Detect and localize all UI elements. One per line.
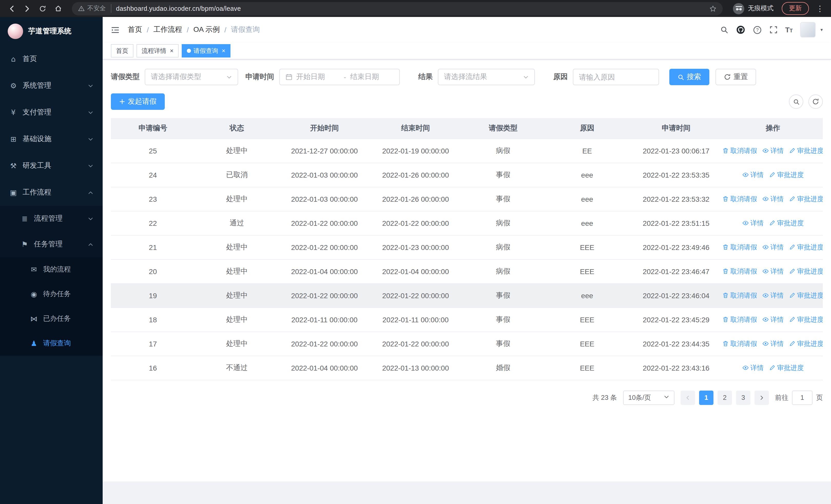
home-button[interactable] bbox=[51, 2, 65, 15]
detail-link[interactable]: 详情 bbox=[762, 242, 784, 252]
goto-page-input[interactable] bbox=[792, 390, 812, 405]
approval-progress-link[interactable]: 审批进度 bbox=[789, 194, 823, 204]
sidebar-item-payment[interactable]: ¥ 支付管理 bbox=[0, 99, 103, 126]
font-size-icon[interactable]: TT bbox=[785, 26, 793, 34]
detail-link[interactable]: 详情 bbox=[762, 291, 784, 300]
cancel-leave-link[interactable]: 取消请假 bbox=[723, 146, 757, 155]
toggle-search-button[interactable] bbox=[789, 94, 803, 109]
approval-progress-link[interactable]: 审批进度 bbox=[789, 242, 823, 252]
detail-link[interactable]: 详情 bbox=[762, 315, 784, 324]
approval-progress-link[interactable]: 审批进度 bbox=[789, 267, 823, 276]
reload-button[interactable] bbox=[36, 2, 49, 15]
filter-form: 请假类型 请选择请假类型 申请时间 开始日期 - 结束日期 结果 请选择流结果 bbox=[111, 69, 823, 85]
cell-end-time: 2022-01-04 00:00:00 bbox=[370, 259, 461, 283]
reset-button[interactable]: 重置 bbox=[716, 69, 756, 85]
sidebar-item-task-mgmt[interactable]: ⚑ 任务管理 bbox=[0, 232, 103, 257]
detail-link[interactable]: 详情 bbox=[742, 170, 764, 179]
approval-progress-link[interactable]: 审批进度 bbox=[789, 339, 823, 348]
page-button-1[interactable]: 1 bbox=[699, 390, 713, 405]
sidebar-item-home[interactable]: ⌂ 首页 bbox=[0, 46, 103, 72]
sidebar-item-infrastructure[interactable]: ⊞ 基础设施 bbox=[0, 126, 103, 152]
leave-type-select[interactable]: 请选择请假类型 bbox=[145, 69, 238, 85]
next-page-button[interactable] bbox=[754, 390, 769, 405]
table-row: 21处理中2022-01-22 00:00:002022-01-23 00:00… bbox=[111, 235, 823, 259]
fullscreen-icon[interactable] bbox=[769, 26, 778, 34]
sidebar-item-my-process[interactable]: ✉ 我的流程 bbox=[0, 257, 103, 282]
cell-leave-type: 病假 bbox=[461, 235, 545, 259]
detail-link[interactable]: 详情 bbox=[742, 218, 764, 228]
page-button-2[interactable]: 2 bbox=[718, 390, 732, 405]
approval-progress-link[interactable]: 审批进度 bbox=[769, 363, 804, 373]
help-icon[interactable]: ? bbox=[753, 25, 762, 34]
cell-apply-time: 2022-01-22 23:46:47 bbox=[629, 259, 723, 283]
chrome-update-button[interactable]: 更新 bbox=[782, 2, 809, 15]
cancel-leave-link[interactable]: 取消请假 bbox=[723, 291, 757, 300]
cancel-leave-link[interactable]: 取消请假 bbox=[723, 267, 757, 276]
forward-button[interactable] bbox=[21, 2, 34, 15]
page-numbers: 123 bbox=[699, 390, 750, 405]
sidebar-item-workflow[interactable]: ▣ 工作流程 bbox=[0, 179, 103, 206]
sidebar-item-system[interactable]: ⚙ 系统管理 bbox=[0, 72, 103, 99]
page-button-3[interactable]: 3 bbox=[736, 390, 750, 405]
header-search-icon[interactable] bbox=[720, 26, 728, 34]
app-title: 芋道管理系统 bbox=[28, 27, 71, 36]
approval-progress-link[interactable]: 审批进度 bbox=[789, 315, 823, 324]
tab-close-icon[interactable]: × bbox=[170, 48, 173, 54]
detail-link[interactable]: 详情 bbox=[762, 339, 784, 348]
security-chip[interactable]: 不安全 bbox=[78, 4, 111, 13]
tab-label: 流程详情 bbox=[142, 47, 166, 55]
detail-link[interactable]: 详情 bbox=[762, 146, 784, 155]
tab-home[interactable]: 首页 bbox=[111, 44, 134, 58]
refresh-table-button[interactable] bbox=[808, 94, 823, 109]
cell-reason: eee bbox=[545, 211, 629, 235]
page-size-select[interactable]: 10条/页 bbox=[623, 390, 675, 405]
sidebar-item-todo-tasks[interactable]: ◉ 待办任务 bbox=[0, 282, 103, 306]
approval-progress-link[interactable]: 审批进度 bbox=[769, 218, 804, 228]
address-bar[interactable]: 不安全 dashboard.yudao.iocoder.cn/bpm/oa/le… bbox=[72, 2, 723, 15]
breadcrumb-item[interactable]: 首页 bbox=[128, 25, 142, 34]
approval-progress-link[interactable]: 审批进度 bbox=[789, 146, 823, 155]
end-date-placeholder[interactable]: 结束日期 bbox=[350, 72, 394, 82]
detail-link[interactable]: 详情 bbox=[762, 194, 784, 204]
browser-chrome: 不安全 dashboard.yudao.iocoder.cn/bpm/oa/le… bbox=[0, 0, 831, 17]
back-button[interactable] bbox=[5, 2, 19, 15]
github-icon[interactable] bbox=[736, 25, 745, 34]
breadcrumb-item[interactable]: OA 示例 bbox=[194, 25, 220, 34]
detail-link[interactable]: 详情 bbox=[762, 267, 784, 276]
cancel-leave-link[interactable]: 取消请假 bbox=[723, 242, 757, 252]
apply-time-range-picker[interactable]: 开始日期 - 结束日期 bbox=[279, 69, 400, 85]
operation-label: 审批进度 bbox=[777, 218, 804, 228]
url-text[interactable]: dashboard.yudao.iocoder.cn/bpm/oa/leave bbox=[116, 5, 705, 12]
breadcrumb-item[interactable]: 工作流程 bbox=[153, 25, 182, 34]
cancel-leave-link[interactable]: 取消请假 bbox=[723, 339, 757, 348]
start-date-placeholder[interactable]: 开始日期 bbox=[296, 72, 340, 82]
create-leave-button[interactable]: 发起请假 bbox=[111, 93, 165, 110]
tab-process-detail[interactable]: 流程详情× bbox=[137, 44, 179, 58]
sidebar-item-leave-query[interactable]: ♟ 请假查询 bbox=[0, 331, 103, 356]
sidebar-collapse-icon[interactable] bbox=[111, 25, 120, 34]
user-avatar[interactable] bbox=[800, 22, 816, 37]
bookmark-star-icon[interactable] bbox=[709, 5, 717, 12]
avatar-caret-icon[interactable]: ▾ bbox=[821, 27, 823, 32]
cancel-leave-link[interactable]: 取消请假 bbox=[723, 315, 757, 324]
approval-progress-link[interactable]: 审批进度 bbox=[769, 170, 804, 179]
chrome-menu-icon[interactable]: ⋮ bbox=[814, 4, 826, 13]
sidebar-item-process-mgmt[interactable]: ≣ 流程管理 bbox=[0, 206, 103, 232]
trash-icon bbox=[723, 292, 729, 299]
detail-link[interactable]: 详情 bbox=[742, 363, 764, 373]
prev-page-button[interactable] bbox=[681, 390, 695, 405]
sidebar-item-devtools[interactable]: ⚒ 研发工具 bbox=[0, 152, 103, 179]
cancel-leave-link[interactable]: 取消请假 bbox=[723, 194, 757, 204]
approval-progress-link[interactable]: 审批进度 bbox=[789, 291, 823, 300]
reason-input[interactable] bbox=[579, 73, 653, 81]
cell-status: 处理中 bbox=[195, 259, 279, 283]
cell-operations: 取消请假详情审批进度 bbox=[723, 283, 823, 307]
refresh-icon bbox=[724, 73, 731, 81]
reason-label: 原因 bbox=[553, 72, 568, 82]
result-select[interactable]: 请选择流结果 bbox=[438, 69, 535, 85]
sidebar-item-done-tasks[interactable]: ⋈ 已办任务 bbox=[0, 306, 103, 331]
app-logo[interactable]: 芋道管理系统 bbox=[0, 17, 103, 46]
tab-close-icon[interactable]: × bbox=[222, 48, 225, 54]
search-button[interactable]: 搜索 bbox=[669, 69, 709, 85]
tab-leave-query[interactable]: 请假查询× bbox=[182, 44, 230, 58]
